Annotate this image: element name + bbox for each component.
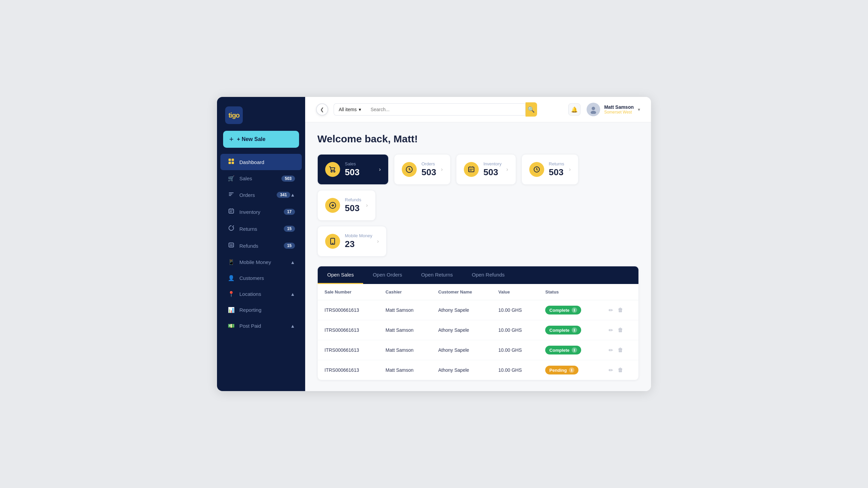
- svg-rect-2: [229, 162, 231, 164]
- stat-card-orders[interactable]: Orders 503 ›: [394, 154, 451, 185]
- inventory-icon: [227, 208, 235, 216]
- svg-rect-5: [229, 243, 234, 247]
- sidebar-item-label: Refunds: [239, 243, 284, 249]
- svg-rect-11: [469, 167, 474, 172]
- actions-cell: ✏ 🗑: [601, 360, 638, 380]
- sidebar-nav: Dashboard 🛒 Sales 503 Orders 341 ▲: [217, 153, 305, 384]
- stat-chevron-inventory: ›: [506, 166, 508, 172]
- edit-button[interactable]: ✏: [608, 326, 614, 334]
- value-cell: 10.00 GHS: [492, 360, 539, 380]
- sidebar-item-returns[interactable]: Returns 15: [220, 221, 302, 237]
- sidebar-item-label: Reporting: [239, 307, 295, 313]
- sale-number-cell: ITRS000661613: [318, 360, 379, 380]
- post-paid-icon: 💵: [227, 323, 235, 329]
- sidebar-item-orders[interactable]: Orders 341 ▲: [220, 187, 302, 203]
- svg-rect-0: [229, 159, 231, 161]
- stat-card-returns[interactable]: Returns 503 ›: [521, 154, 579, 185]
- value-cell: 10.00 GHS: [492, 300, 539, 320]
- stat-card-mobile-money[interactable]: Mobile Money 23 ›: [317, 226, 387, 257]
- user-profile[interactable]: Matt Samson Somerset West ▾: [587, 103, 640, 116]
- edit-button[interactable]: ✏: [608, 346, 614, 354]
- table-section: Open Sales Open Orders Open Returns Open…: [317, 266, 639, 380]
- col-header-value: Value: [492, 284, 539, 300]
- sidebar-item-customers[interactable]: 👤 Customers: [220, 270, 302, 286]
- actions-cell: ✏ 🗑: [601, 340, 638, 360]
- cashier-cell: Matt Samson: [379, 300, 431, 320]
- sidebar-item-label: Post Paid: [239, 323, 290, 329]
- new-sale-icon: +: [229, 136, 234, 143]
- stat-info-sales: Sales 503: [345, 161, 374, 178]
- status-cell: Complete ℹ: [538, 340, 601, 360]
- stat-card-refunds[interactable]: Refunds 503 ›: [317, 190, 376, 221]
- sales-table: Sale Number Cashier Customer Name Value …: [318, 284, 638, 380]
- stat-card-inventory[interactable]: Inventory 503 ›: [456, 154, 516, 185]
- col-header-customer-name: Customer Name: [432, 284, 492, 300]
- status-badge: Complete ℹ: [545, 326, 581, 334]
- stat-card-sales[interactable]: Sales 503 ›: [317, 154, 389, 185]
- notification-button[interactable]: 🔔: [568, 103, 580, 116]
- collapse-sidebar-button[interactable]: ❮: [316, 103, 328, 116]
- tab-open-refunds[interactable]: Open Refunds: [462, 266, 514, 284]
- stat-value-orders: 503: [421, 167, 436, 178]
- search-filter-dropdown[interactable]: All items ▾: [334, 103, 366, 116]
- edit-button[interactable]: ✏: [608, 366, 614, 374]
- stat-info-mobile-money: Mobile Money 23: [345, 233, 372, 249]
- svg-rect-3: [232, 162, 234, 164]
- delete-button[interactable]: 🗑: [617, 366, 624, 374]
- edit-button[interactable]: ✏: [608, 306, 614, 314]
- delete-button[interactable]: 🗑: [617, 306, 624, 314]
- svg-point-8: [331, 171, 332, 172]
- sidebar-item-mobile-money[interactable]: 📱 Mobile Money ▲: [220, 255, 302, 270]
- stat-label-refunds: Refunds: [345, 197, 361, 202]
- stat-chevron-refunds: ›: [366, 202, 368, 208]
- tab-open-returns[interactable]: Open Returns: [412, 266, 462, 284]
- customer-name-cell: Athony Sapele: [432, 320, 492, 340]
- sidebar-item-locations[interactable]: 📍 Locations ▲: [220, 286, 302, 302]
- table-row: ITRS000661613 Matt Samson Athony Sapele …: [318, 360, 638, 380]
- customer-name-cell: Athony Sapele: [432, 340, 492, 360]
- sales-badge: 503: [281, 176, 295, 182]
- tab-open-sales[interactable]: Open Sales: [318, 266, 363, 284]
- orders-stat-icon: [402, 162, 417, 177]
- table-body: ITRS000661613 Matt Samson Athony Sapele …: [318, 300, 638, 380]
- search-icon: 🔍: [528, 106, 535, 113]
- reporting-icon: 📊: [227, 307, 235, 313]
- avatar: [587, 103, 600, 116]
- delete-button[interactable]: 🗑: [617, 346, 624, 354]
- mobile-money-stat-icon: [325, 234, 340, 249]
- sale-number-cell: ITRS000661613: [318, 300, 379, 320]
- stat-label-orders: Orders: [421, 161, 436, 166]
- sales-icon: 🛒: [227, 175, 235, 182]
- col-header-actions: [601, 284, 638, 300]
- table-header: Sale Number Cashier Customer Name Value …: [318, 284, 638, 300]
- col-header-cashier: Cashier: [379, 284, 431, 300]
- status-badge: Complete ℹ: [545, 346, 581, 354]
- sidebar-item-refunds[interactable]: Refunds 15: [220, 238, 302, 254]
- stat-info-refunds: Refunds 503: [345, 197, 361, 214]
- sidebar-item-reporting[interactable]: 📊 Reporting: [220, 302, 302, 318]
- sidebar-item-post-paid[interactable]: 💵 Post Paid ▲: [220, 318, 302, 333]
- tab-open-orders[interactable]: Open Orders: [363, 266, 412, 284]
- search-bar: All items ▾ 🔍: [334, 102, 537, 117]
- sale-number-cell: ITRS000661613: [318, 340, 379, 360]
- cashier-cell: Matt Samson: [379, 320, 431, 340]
- new-sale-button[interactable]: + + New Sale: [223, 131, 299, 148]
- search-input[interactable]: [366, 103, 526, 116]
- topbar-right: 🔔 Matt Samson Somerset West ▾: [568, 103, 640, 116]
- stat-chevron-mobile-money: ›: [377, 238, 379, 244]
- stat-label-returns: Returns: [549, 161, 565, 166]
- stat-value-refunds: 503: [345, 203, 361, 214]
- sidebar-item-inventory[interactable]: Inventory 17: [220, 204, 302, 220]
- row-actions: ✏ 🗑: [608, 346, 632, 354]
- stat-label-inventory: Inventory: [484, 161, 501, 166]
- sidebar-item-dashboard[interactable]: Dashboard: [220, 154, 302, 170]
- search-filter-label: All items: [339, 107, 357, 112]
- stat-chevron-returns: ›: [569, 166, 571, 172]
- sidebar-item-sales[interactable]: 🛒 Sales 503: [220, 171, 302, 186]
- delete-button[interactable]: 🗑: [617, 326, 624, 334]
- search-button[interactable]: 🔍: [526, 102, 537, 117]
- sidebar-item-label: Dashboard: [239, 159, 295, 165]
- chevron-up-icon: ▲: [290, 291, 295, 297]
- svg-rect-1: [232, 159, 234, 161]
- sidebar-item-label: Customers: [239, 275, 295, 281]
